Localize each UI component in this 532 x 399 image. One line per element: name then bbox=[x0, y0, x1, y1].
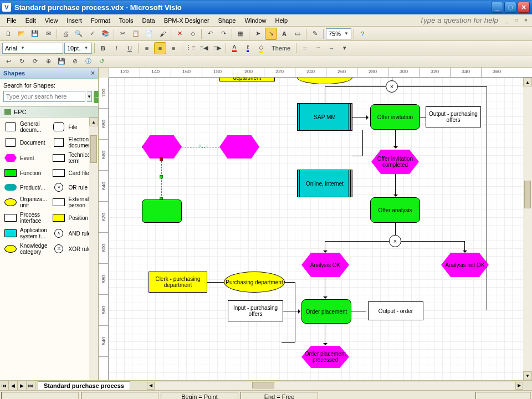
shape-purch-dept[interactable]: Purchasing department bbox=[224, 272, 285, 293]
shape-offer-analysis[interactable]: Offer analysis bbox=[370, 197, 420, 223]
preview-icon[interactable]: 🔍 bbox=[73, 28, 85, 40]
stencil-header[interactable]: EPC bbox=[0, 106, 98, 117]
shape-output-offers[interactable]: Output - purchasing offers bbox=[426, 106, 481, 127]
stencil-item[interactable]: Knowledge category bbox=[2, 242, 48, 256]
scroll-thumb[interactable] bbox=[252, 382, 274, 388]
line-ends-icon[interactable]: → bbox=[325, 42, 337, 54]
align-right-icon[interactable]: ≡ bbox=[167, 42, 180, 54]
redo-icon[interactable]: ↷ bbox=[217, 28, 229, 40]
theme-button[interactable]: Theme bbox=[268, 42, 294, 54]
connection-point[interactable] bbox=[160, 157, 163, 161]
shapes-scrollbar[interactable]: ▲ bbox=[89, 117, 98, 380]
pointer-icon[interactable]: ➤ bbox=[252, 28, 264, 40]
italic-icon[interactable]: I bbox=[110, 42, 122, 54]
stencil-item[interactable]: General docum... bbox=[2, 120, 48, 134]
shape-offer-inv-completed[interactable]: Offer invitation completed bbox=[371, 150, 419, 174]
stencil-item[interactable]: Product/... bbox=[2, 181, 48, 194]
scroll-up-icon[interactable]: ▲ bbox=[89, 117, 98, 126]
scroll-up-icon[interactable]: ▲ bbox=[523, 78, 532, 86]
shape-output-order[interactable]: Output - order bbox=[368, 301, 423, 320]
shape-dragged-function[interactable] bbox=[142, 200, 182, 223]
menu-file[interactable]: File bbox=[2, 16, 21, 25]
zoom-select[interactable]: 75%▼ bbox=[326, 28, 351, 39]
gateway-top[interactable]: × bbox=[386, 80, 398, 93]
doc-minimize-button[interactable]: _ bbox=[503, 17, 511, 24]
line-weight-icon[interactable]: ═ bbox=[299, 42, 311, 54]
underline-icon[interactable]: U bbox=[124, 42, 136, 54]
stencil-item[interactable]: Event bbox=[2, 151, 48, 165]
stencil-item[interactable]: Application system t... bbox=[2, 226, 48, 241]
shape-input-offers[interactable]: Input - purchasing offers bbox=[228, 300, 283, 321]
cut-icon[interactable]: ✂ bbox=[116, 28, 129, 40]
bold-icon[interactable]: B bbox=[97, 42, 109, 54]
shape-online[interactable]: Online, internet bbox=[297, 170, 352, 197]
indent-inc-icon[interactable]: ≡▶ bbox=[211, 42, 223, 54]
action8-icon[interactable]: ↺ bbox=[95, 55, 108, 68]
action6-icon[interactable]: ⊘ bbox=[69, 55, 81, 68]
undo-icon[interactable]: ↶ bbox=[204, 28, 216, 40]
open-icon[interactable]: 📂 bbox=[16, 28, 28, 40]
bullets-icon[interactable]: ⋮≡ bbox=[185, 42, 197, 54]
font-select[interactable]: Arial▼ bbox=[2, 43, 63, 54]
canvas-v-scrollbar[interactable]: ▲ ▼ bbox=[523, 78, 532, 380]
gateway-mid[interactable]: × bbox=[389, 235, 401, 247]
menu-bpmx[interactable]: BPM-X Designer bbox=[160, 16, 214, 25]
shape-offer-invitation[interactable]: Offer invitation bbox=[370, 104, 420, 130]
menu-edit[interactable]: Edit bbox=[21, 16, 40, 25]
canvas[interactable]: department × SAP MM Offer invitation Out… bbox=[109, 78, 532, 380]
shape-analysis-nok[interactable]: Analysis not OK bbox=[441, 253, 489, 277]
delete-icon[interactable]: ✕ bbox=[173, 28, 186, 40]
action7-icon[interactable]: ⓘ bbox=[82, 55, 94, 68]
minimize-button[interactable]: _ bbox=[491, 2, 503, 13]
line-color-icon[interactable]: ℓ bbox=[242, 42, 254, 54]
resize-handle[interactable] bbox=[140, 145, 143, 148]
stencil-item[interactable]: Organiza... unit bbox=[2, 195, 48, 209]
menu-insert[interactable]: Insert bbox=[62, 16, 86, 25]
shape-dragged-event-2[interactable] bbox=[219, 135, 259, 158]
shape-order-processed[interactable]: Order placement processed bbox=[301, 346, 349, 368]
doc-close-button[interactable]: × bbox=[522, 17, 530, 24]
menu-tools[interactable]: Tools bbox=[115, 16, 138, 25]
drawing-tools-icon[interactable]: ▭ bbox=[291, 28, 304, 40]
action4-icon[interactable]: ⊕ bbox=[42, 55, 54, 68]
tab-prev-icon[interactable]: ◀ bbox=[9, 381, 18, 390]
menu-help[interactable]: Help bbox=[271, 16, 293, 25]
more-icon[interactable]: ▾ bbox=[339, 42, 351, 54]
stencil-item[interactable]: Process interface bbox=[2, 211, 48, 225]
align-left-icon[interactable]: ≡ bbox=[141, 42, 153, 54]
shape-oval-top[interactable] bbox=[297, 78, 352, 84]
doc-restore-button[interactable]: □ bbox=[513, 17, 520, 24]
scroll-left-icon[interactable]: ◀ bbox=[147, 382, 155, 390]
research-icon[interactable]: 📚 bbox=[99, 28, 111, 40]
search-input[interactable] bbox=[3, 91, 85, 102]
copy-icon[interactable]: 📋 bbox=[130, 28, 142, 40]
stencil-item[interactable]: Document bbox=[2, 135, 48, 150]
maximize-button[interactable]: □ bbox=[504, 2, 516, 13]
shape-dept-top[interactable]: department bbox=[219, 78, 275, 81]
resize-handle[interactable] bbox=[181, 145, 184, 148]
text-icon[interactable]: A bbox=[278, 28, 290, 40]
eraser-icon[interactable]: ◇ bbox=[187, 28, 199, 40]
scroll-right-icon[interactable]: ▶ bbox=[515, 382, 523, 390]
shapes-window-icon[interactable]: ▦ bbox=[234, 28, 247, 40]
shape-analysis-ok[interactable]: Analysis OK bbox=[301, 253, 349, 277]
menu-shape[interactable]: Shape bbox=[214, 16, 241, 25]
menu-view[interactable]: View bbox=[40, 16, 63, 25]
scroll-thumb[interactable] bbox=[90, 135, 97, 163]
format-painter-icon[interactable]: 🖌 bbox=[156, 28, 168, 40]
tab-last-icon[interactable]: ⏭ bbox=[27, 381, 35, 390]
action5-icon[interactable]: 💾 bbox=[55, 55, 68, 68]
indent-dec-icon[interactable]: ≡◀ bbox=[198, 42, 210, 54]
paste-icon[interactable]: 📄 bbox=[143, 28, 155, 40]
shape-sap-1[interactable]: SAP MM bbox=[297, 103, 352, 131]
tab-next-icon[interactable]: ▶ bbox=[18, 381, 27, 390]
close-button[interactable]: × bbox=[518, 2, 530, 13]
shape-order-placement[interactable]: Order placement bbox=[301, 299, 351, 324]
connection-point[interactable] bbox=[160, 175, 163, 178]
help-icon[interactable]: ? bbox=[356, 28, 369, 40]
spelling-icon[interactable]: ✓ bbox=[86, 28, 98, 40]
shape-clerk[interactable]: Clerk - purchasing department bbox=[149, 272, 207, 293]
print-icon[interactable]: 🖨 bbox=[59, 28, 71, 40]
fill-color-icon[interactable]: ◇ bbox=[255, 42, 267, 54]
menu-format[interactable]: Format bbox=[86, 16, 115, 25]
